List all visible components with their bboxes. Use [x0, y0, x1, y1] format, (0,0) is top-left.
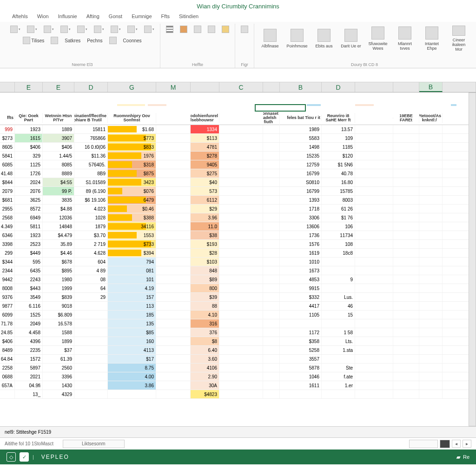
cell[interactable]: 6346 [0, 231, 15, 239]
cell[interactable] [219, 311, 263, 319]
cell[interactable]: $4:55 [43, 178, 74, 186]
cell[interactable]: 1046 [280, 372, 322, 381]
cell[interactable] [156, 337, 191, 345]
cell[interactable] [355, 275, 393, 284]
cell[interactable] [419, 196, 443, 204]
cell[interactable]: 8889 [43, 169, 74, 178]
cell[interactable] [74, 355, 108, 363]
cell[interactable] [355, 143, 393, 151]
cell[interactable]: $0.46 [108, 205, 156, 213]
cell[interactable]: 4113 [108, 346, 156, 354]
cell[interactable]: 13.57 [322, 125, 355, 133]
ribbon-tab[interactable]: Ffts [158, 11, 173, 22]
cell[interactable]: 3557 [280, 355, 322, 363]
cell[interactable] [263, 319, 280, 328]
cell[interactable] [393, 302, 419, 310]
cell[interactable]: 108 [322, 240, 355, 248]
ribbon-large-btn[interactable]: Darit Ue er [339, 25, 363, 53]
cell[interactable] [219, 355, 263, 363]
cell[interactable] [263, 293, 280, 301]
brush-icon[interactable] [220, 25, 231, 34]
ribbon-large-btn[interactable]: Sfuwowite Wees [366, 25, 390, 53]
ribbon-btn-satkres[interactable]: Satkres [63, 36, 82, 45]
cell[interactable]: $40 [191, 178, 219, 186]
cell[interactable]: 2076 [15, 187, 43, 195]
ribbon-large-btn[interactable]: Poinhmose [285, 25, 309, 53]
cell[interactable] [263, 311, 280, 319]
cell[interactable] [393, 187, 419, 195]
cell[interactable]: 1525 [15, 311, 43, 319]
cell[interactable]: 5841 [0, 152, 15, 160]
cell[interactable]: $394 [108, 249, 156, 257]
cell[interactable]: 11734 [322, 231, 355, 239]
cell[interactable]: 1028 [74, 213, 108, 222]
cell[interactable] [263, 213, 280, 222]
cell[interactable] [322, 284, 355, 292]
cell[interactable] [219, 328, 263, 337]
cell[interactable]: $120 [322, 152, 355, 160]
cell[interactable]: 4.10 [191, 311, 219, 319]
cell[interactable] [156, 125, 191, 133]
cell[interactable] [419, 231, 443, 239]
cell[interactable] [263, 240, 280, 248]
cell[interactable] [263, 205, 280, 213]
cell[interactable] [419, 187, 443, 195]
cell[interactable] [355, 258, 393, 266]
cell[interactable]: 4853 [280, 275, 322, 284]
cell[interactable]: 5811 [15, 222, 43, 231]
ribbon-small-btn[interactable]: ▾ [126, 25, 139, 34]
cell[interactable] [219, 196, 263, 204]
cell[interactable] [280, 319, 322, 328]
ribbon-large-btn[interactable]: Albfinase [258, 25, 282, 53]
cell[interactable] [156, 355, 191, 363]
cell[interactable] [355, 213, 393, 222]
cell[interactable]: 13606 [280, 222, 322, 231]
column-header[interactable]: M [156, 82, 191, 92]
column-header[interactable] [0, 82, 15, 92]
cell[interactable] [156, 152, 191, 160]
column-header[interactable] [443, 82, 476, 92]
cell[interactable] [355, 381, 393, 390]
cell[interactable]: $1 5N6 [322, 160, 355, 169]
cell[interactable] [219, 258, 263, 266]
column-title[interactable]: ffts [0, 115, 15, 121]
cell[interactable]: 08 [74, 275, 108, 284]
cell[interactable]: $85 [108, 328, 156, 337]
cell[interactable] [355, 152, 393, 160]
cell[interactable] [156, 231, 191, 239]
cell[interactable]: $273 [0, 134, 15, 142]
cell[interactable] [355, 160, 393, 169]
cell[interactable]: 3306 [280, 213, 322, 222]
cell[interactable] [419, 311, 443, 319]
cell[interactable] [74, 302, 108, 310]
cell[interactable] [355, 284, 393, 292]
cell[interactable]: 3.60 [191, 355, 219, 363]
cell[interactable]: 29 [74, 293, 108, 301]
cell[interactable]: 329 [15, 152, 43, 160]
cell[interactable]: $3.70 [74, 231, 108, 239]
cell[interactable]: 16.80 [322, 178, 355, 186]
cell[interactable]: 41.48 [0, 169, 15, 178]
cell[interactable] [156, 275, 191, 284]
cell[interactable] [219, 213, 263, 222]
cell[interactable] [355, 293, 393, 301]
cell[interactable]: 15785 [322, 187, 355, 195]
vertical-scrollbar[interactable] [469, 93, 476, 426]
cell[interactable]: $773 [108, 134, 156, 142]
cell[interactable]: S0810 [280, 178, 322, 186]
cell[interactable]: 2049 [15, 319, 43, 328]
cell[interactable]: 3423 [108, 178, 156, 186]
cell[interactable]: $28 [191, 249, 219, 257]
column-title[interactable]: 19EBE FAREt [393, 113, 419, 123]
cell[interactable] [355, 187, 393, 195]
cell[interactable]: 1105 [280, 311, 322, 319]
cell[interactable] [263, 364, 280, 372]
cell[interactable]: 6435 [15, 266, 43, 275]
cell[interactable] [156, 266, 191, 275]
cell[interactable] [156, 258, 191, 266]
cell[interactable]: 3549 [15, 293, 43, 301]
ribbon-small-btn[interactable]: ▾ [25, 25, 39, 34]
ribbon-tab[interactable]: Aftehls [8, 11, 32, 22]
column-title[interactable]: Luthinatienf/flectfne Tohiare B Trutil [74, 113, 108, 123]
cell[interactable]: S1.01589 [74, 178, 108, 186]
